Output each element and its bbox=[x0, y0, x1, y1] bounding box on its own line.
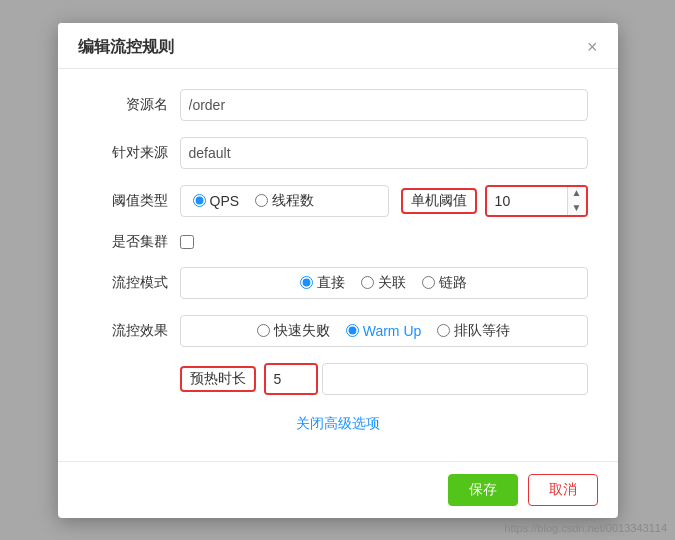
threshold-thread-radio[interactable] bbox=[255, 194, 268, 207]
flow-mode-associate-label: 关联 bbox=[378, 274, 406, 292]
flow-mode-chain-option[interactable]: 链路 bbox=[422, 274, 467, 292]
flow-effect-queue-option[interactable]: 排队等待 bbox=[437, 322, 510, 340]
preheat-input[interactable] bbox=[266, 364, 316, 394]
threshold-thread-label: 线程数 bbox=[272, 192, 314, 210]
threshold-qps-option[interactable]: QPS bbox=[193, 193, 240, 209]
preheat-row: 预热时长 bbox=[88, 363, 588, 395]
flow-effect-radio-group: 快速失败 Warm Up 排队等待 bbox=[180, 315, 588, 347]
advanced-toggle: 关闭高级选项 bbox=[88, 411, 588, 441]
source-control bbox=[180, 137, 588, 169]
flow-effect-warmup-radio[interactable] bbox=[346, 324, 359, 337]
threshold-type-control: QPS 线程数 单机阈值 ▲ ▼ bbox=[180, 185, 588, 217]
flow-mode-chain-radio[interactable] bbox=[422, 276, 435, 289]
threshold-up-button[interactable]: ▲ bbox=[568, 186, 586, 201]
single-threshold-label: 单机阈值 bbox=[401, 188, 477, 214]
flow-mode-associate-option[interactable]: 关联 bbox=[361, 274, 406, 292]
source-label: 针对来源 bbox=[88, 144, 168, 162]
advanced-toggle-link[interactable]: 关闭高级选项 bbox=[296, 415, 380, 431]
flow-effect-queue-label: 排队等待 bbox=[454, 322, 510, 340]
flow-mode-associate-radio[interactable] bbox=[361, 276, 374, 289]
dialog-header: 编辑流控规则 × bbox=[58, 23, 618, 69]
threshold-thread-option[interactable]: 线程数 bbox=[255, 192, 314, 210]
threshold-type-row: 阈值类型 QPS 线程数 单机阈值 bbox=[88, 185, 588, 217]
preheat-input-wrap bbox=[264, 363, 318, 395]
flow-mode-direct-option[interactable]: 直接 bbox=[300, 274, 345, 292]
preheat-label: 预热时长 bbox=[180, 366, 256, 392]
flow-effect-fastfail-label: 快速失败 bbox=[274, 322, 330, 340]
dialog-body: 资源名 针对来源 阈值类型 QPS bbox=[58, 69, 618, 461]
threshold-qps-radio[interactable] bbox=[193, 194, 206, 207]
threshold-spinner: ▲ ▼ bbox=[567, 186, 586, 216]
flow-mode-label: 流控模式 bbox=[88, 274, 168, 292]
watermark: https://blog.csdn.net/0013343114 bbox=[504, 522, 667, 534]
single-threshold-row: 单机阈值 ▲ ▼ bbox=[401, 185, 588, 217]
preheat-rest-field bbox=[322, 363, 588, 395]
flow-mode-radio-group: 直接 关联 链路 bbox=[180, 267, 588, 299]
threshold-type-label: 阈值类型 bbox=[88, 192, 168, 210]
resource-name-row: 资源名 bbox=[88, 89, 588, 121]
flow-effect-fastfail-radio[interactable] bbox=[257, 324, 270, 337]
save-button[interactable]: 保存 bbox=[448, 474, 518, 506]
source-row: 针对来源 bbox=[88, 137, 588, 169]
dialog-overlay: 编辑流控规则 × 资源名 针对来源 阈值类型 bbox=[0, 0, 675, 540]
cancel-button[interactable]: 取消 bbox=[528, 474, 598, 506]
single-threshold-input[interactable] bbox=[487, 186, 567, 216]
dialog: 编辑流控规则 × 资源名 针对来源 阈值类型 bbox=[58, 23, 618, 518]
resource-name-input[interactable] bbox=[180, 89, 588, 121]
is-cluster-control bbox=[180, 235, 588, 249]
threshold-down-button[interactable]: ▼ bbox=[568, 201, 586, 216]
resource-name-control bbox=[180, 89, 588, 121]
single-threshold-input-wrap: ▲ ▼ bbox=[485, 185, 588, 217]
is-cluster-row: 是否集群 bbox=[88, 233, 588, 251]
flow-mode-direct-label: 直接 bbox=[317, 274, 345, 292]
flow-effect-queue-radio[interactable] bbox=[437, 324, 450, 337]
close-icon[interactable]: × bbox=[587, 38, 598, 56]
flow-effect-control: 快速失败 Warm Up 排队等待 bbox=[180, 315, 588, 347]
is-cluster-label: 是否集群 bbox=[88, 233, 168, 251]
source-input[interactable] bbox=[180, 137, 588, 169]
flow-effect-warmup-label: Warm Up bbox=[363, 323, 422, 339]
flow-effect-warmup-option[interactable]: Warm Up bbox=[346, 323, 422, 339]
dialog-footer: 保存 取消 bbox=[58, 461, 618, 518]
flow-mode-chain-label: 链路 bbox=[439, 274, 467, 292]
flow-effect-fastfail-option[interactable]: 快速失败 bbox=[257, 322, 330, 340]
flow-effect-row: 流控效果 快速失败 Warm Up 排队等待 bbox=[88, 315, 588, 347]
dialog-title: 编辑流控规则 bbox=[78, 37, 174, 58]
threshold-qps-label: QPS bbox=[210, 193, 240, 209]
resource-name-label: 资源名 bbox=[88, 96, 168, 114]
flow-mode-control: 直接 关联 链路 bbox=[180, 267, 588, 299]
threshold-type-radio-group: QPS 线程数 bbox=[180, 185, 389, 217]
flow-mode-row: 流控模式 直接 关联 链路 bbox=[88, 267, 588, 299]
flow-effect-label: 流控效果 bbox=[88, 322, 168, 340]
is-cluster-checkbox[interactable] bbox=[180, 235, 194, 249]
flow-mode-direct-radio[interactable] bbox=[300, 276, 313, 289]
preheat-content: 预热时长 bbox=[88, 363, 588, 395]
